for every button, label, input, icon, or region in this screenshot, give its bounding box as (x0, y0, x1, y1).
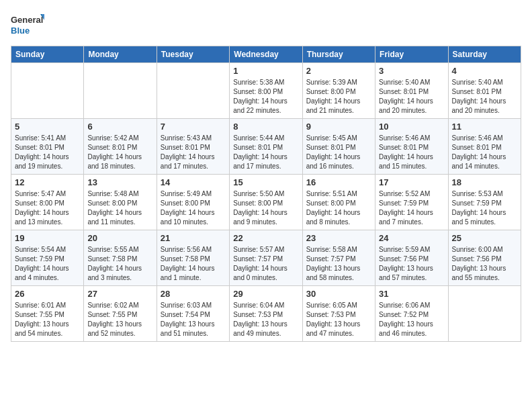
calendar-cell (157, 63, 229, 119)
day-info: Sunrise: 5:40 AM Sunset: 8:01 PM Dayligh… (452, 78, 517, 116)
calendar-cell: 16Sunrise: 5:51 AM Sunset: 8:00 PM Dayli… (302, 175, 375, 230)
calendar-cell: 17Sunrise: 5:52 AM Sunset: 7:59 PM Dayli… (375, 175, 448, 230)
calendar-cell: 21Sunrise: 5:56 AM Sunset: 7:58 PM Dayli… (157, 230, 229, 286)
calendar-cell: 10Sunrise: 5:46 AM Sunset: 8:01 PM Dayli… (375, 119, 448, 175)
day-info: Sunrise: 6:05 AM Sunset: 7:53 PM Dayligh… (306, 301, 371, 338)
day-info: Sunrise: 5:38 AM Sunset: 8:00 PM Dayligh… (233, 78, 298, 116)
calendar-cell: 23Sunrise: 5:58 AM Sunset: 7:57 PM Dayli… (302, 230, 375, 286)
logo: General Blue (11, 11, 44, 38)
day-info: Sunrise: 5:51 AM Sunset: 8:00 PM Dayligh… (306, 189, 371, 227)
day-info: Sunrise: 5:56 AM Sunset: 7:58 PM Dayligh… (161, 245, 226, 283)
day-number: 29 (233, 289, 298, 299)
day-info: Sunrise: 6:00 AM Sunset: 7:56 PM Dayligh… (452, 245, 517, 283)
day-number: 12 (15, 177, 80, 187)
calendar-cell: 18Sunrise: 5:53 AM Sunset: 7:59 PM Dayli… (448, 175, 521, 230)
day-number: 11 (452, 122, 517, 132)
day-number: 23 (306, 233, 371, 243)
day-info: Sunrise: 6:01 AM Sunset: 7:55 PM Dayligh… (15, 301, 80, 338)
day-number: 15 (233, 177, 298, 187)
day-number: 25 (452, 233, 517, 243)
col-header-thursday: Thursday (302, 46, 375, 63)
calendar-cell: 20Sunrise: 5:55 AM Sunset: 7:58 PM Dayli… (84, 230, 157, 286)
day-info: Sunrise: 6:03 AM Sunset: 7:54 PM Dayligh… (161, 301, 226, 338)
calendar-cell: 31Sunrise: 6:06 AM Sunset: 7:52 PM Dayli… (375, 286, 448, 342)
day-number: 5 (15, 122, 80, 132)
day-info: Sunrise: 5:49 AM Sunset: 8:00 PM Dayligh… (161, 189, 226, 227)
logo-svg: General Blue (11, 11, 44, 38)
day-number: 26 (15, 289, 80, 299)
col-header-wednesday: Wednesday (230, 46, 302, 63)
calendar-cell: 5Sunrise: 5:41 AM Sunset: 8:01 PM Daylig… (11, 119, 84, 175)
day-number: 19 (15, 233, 80, 243)
day-number: 20 (87, 233, 152, 243)
day-number: 31 (379, 289, 444, 299)
calendar-cell (11, 63, 84, 119)
calendar-cell: 27Sunrise: 6:02 AM Sunset: 7:55 PM Dayli… (84, 286, 157, 342)
calendar-cell: 4Sunrise: 5:40 AM Sunset: 8:01 PM Daylig… (448, 63, 521, 119)
calendar-cell (448, 286, 521, 342)
day-number: 9 (306, 122, 371, 132)
calendar-cell: 22Sunrise: 5:57 AM Sunset: 7:57 PM Dayli… (230, 230, 302, 286)
day-info: Sunrise: 5:40 AM Sunset: 8:01 PM Dayligh… (379, 78, 444, 116)
day-number: 10 (379, 122, 444, 132)
day-info: Sunrise: 5:43 AM Sunset: 8:01 PM Dayligh… (161, 134, 226, 171)
day-number: 1 (233, 66, 298, 76)
calendar-cell: 25Sunrise: 6:00 AM Sunset: 7:56 PM Dayli… (448, 230, 521, 286)
calendar-cell (84, 63, 157, 119)
calendar-cell: 19Sunrise: 5:54 AM Sunset: 7:59 PM Dayli… (11, 230, 84, 286)
calendar-week-1: 1Sunrise: 5:38 AM Sunset: 8:00 PM Daylig… (11, 63, 521, 119)
day-info: Sunrise: 5:57 AM Sunset: 7:57 PM Dayligh… (233, 245, 298, 283)
calendar-cell: 28Sunrise: 6:03 AM Sunset: 7:54 PM Dayli… (157, 286, 229, 342)
day-info: Sunrise: 5:55 AM Sunset: 7:58 PM Dayligh… (87, 245, 152, 283)
day-info: Sunrise: 5:58 AM Sunset: 7:57 PM Dayligh… (306, 245, 371, 283)
calendar-cell: 29Sunrise: 6:04 AM Sunset: 7:53 PM Dayli… (230, 286, 302, 342)
col-header-friday: Friday (375, 46, 448, 63)
day-info: Sunrise: 5:41 AM Sunset: 8:01 PM Dayligh… (15, 134, 80, 171)
day-number: 24 (379, 233, 444, 243)
calendar-week-4: 19Sunrise: 5:54 AM Sunset: 7:59 PM Dayli… (11, 230, 521, 286)
day-number: 4 (452, 66, 517, 76)
calendar-header-row: SundayMondayTuesdayWednesdayThursdayFrid… (11, 46, 521, 63)
calendar-cell: 26Sunrise: 6:01 AM Sunset: 7:55 PM Dayli… (11, 286, 84, 342)
day-number: 28 (161, 289, 226, 299)
day-number: 22 (233, 233, 298, 243)
calendar-week-3: 12Sunrise: 5:47 AM Sunset: 8:00 PM Dayli… (11, 175, 521, 230)
calendar-cell: 24Sunrise: 5:59 AM Sunset: 7:56 PM Dayli… (375, 230, 448, 286)
calendar-cell: 8Sunrise: 5:44 AM Sunset: 8:01 PM Daylig… (230, 119, 302, 175)
day-number: 3 (379, 66, 444, 76)
calendar-cell: 3Sunrise: 5:40 AM Sunset: 8:01 PM Daylig… (375, 63, 448, 119)
calendar-week-2: 5Sunrise: 5:41 AM Sunset: 8:01 PM Daylig… (11, 119, 521, 175)
day-info: Sunrise: 5:47 AM Sunset: 8:00 PM Dayligh… (15, 189, 80, 227)
calendar-cell: 15Sunrise: 5:50 AM Sunset: 8:00 PM Dayli… (230, 175, 302, 230)
day-number: 18 (452, 177, 517, 187)
day-info: Sunrise: 5:46 AM Sunset: 8:01 PM Dayligh… (452, 134, 517, 171)
day-info: Sunrise: 5:50 AM Sunset: 8:00 PM Dayligh… (233, 189, 298, 227)
day-number: 30 (306, 289, 371, 299)
day-info: Sunrise: 5:54 AM Sunset: 7:59 PM Dayligh… (15, 245, 80, 283)
day-number: 17 (379, 177, 444, 187)
calendar-cell: 11Sunrise: 5:46 AM Sunset: 8:01 PM Dayli… (448, 119, 521, 175)
day-info: Sunrise: 5:39 AM Sunset: 8:00 PM Dayligh… (306, 78, 371, 116)
day-info: Sunrise: 6:04 AM Sunset: 7:53 PM Dayligh… (233, 301, 298, 338)
day-info: Sunrise: 5:53 AM Sunset: 7:59 PM Dayligh… (452, 189, 517, 227)
day-info: Sunrise: 5:45 AM Sunset: 8:01 PM Dayligh… (306, 134, 371, 171)
day-info: Sunrise: 5:48 AM Sunset: 8:00 PM Dayligh… (87, 189, 152, 227)
day-info: Sunrise: 6:02 AM Sunset: 7:55 PM Dayligh… (87, 301, 152, 338)
day-info: Sunrise: 5:42 AM Sunset: 8:01 PM Dayligh… (87, 134, 152, 171)
day-number: 13 (87, 177, 152, 187)
calendar-table: SundayMondayTuesdayWednesdayThursdayFrid… (11, 46, 521, 342)
day-number: 8 (233, 122, 298, 132)
calendar-cell: 12Sunrise: 5:47 AM Sunset: 8:00 PM Dayli… (11, 175, 84, 230)
col-header-saturday: Saturday (448, 46, 521, 63)
col-header-monday: Monday (84, 46, 157, 63)
calendar-cell: 30Sunrise: 6:05 AM Sunset: 7:53 PM Dayli… (302, 286, 375, 342)
day-number: 2 (306, 66, 371, 76)
day-info: Sunrise: 5:44 AM Sunset: 8:01 PM Dayligh… (233, 134, 298, 171)
calendar-cell: 1Sunrise: 5:38 AM Sunset: 8:00 PM Daylig… (230, 63, 302, 119)
day-info: Sunrise: 5:46 AM Sunset: 8:01 PM Dayligh… (379, 134, 444, 171)
day-number: 27 (87, 289, 152, 299)
day-number: 21 (161, 233, 226, 243)
day-number: 14 (161, 177, 226, 187)
col-header-tuesday: Tuesday (157, 46, 229, 63)
calendar-cell: 9Sunrise: 5:45 AM Sunset: 8:01 PM Daylig… (302, 119, 375, 175)
